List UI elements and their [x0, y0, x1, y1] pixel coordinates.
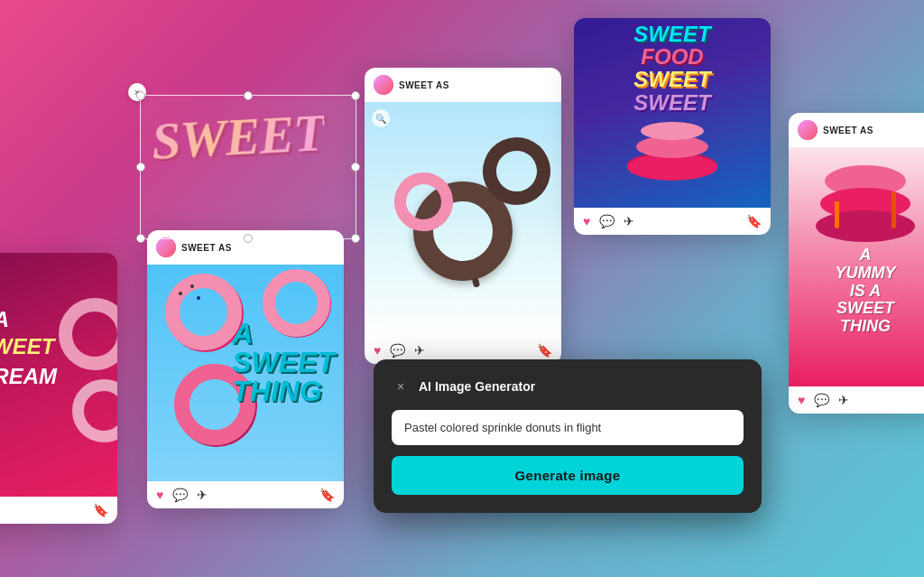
card-right: SWEET FOOD SWEET SWEET ♥ 💬 ✈ 🔖	[574, 18, 771, 235]
card-left-avatar	[156, 237, 176, 257]
card-far-right-image: AYUMMYIS ASWEETTHING	[789, 147, 924, 386]
card-far-left: A LA SWEET DREAM ✈ 🔖	[0, 253, 117, 524]
card-right-actions: ♥ 💬 ✈ 🔖	[574, 208, 771, 235]
svg-point-2	[798, 120, 818, 140]
card-right-image: SWEET FOOD SWEET SWEET	[574, 18, 771, 208]
ai-prompt-input[interactable]	[392, 410, 744, 445]
card-left-actions: ♥ 💬 ✈ 🔖	[147, 481, 344, 508]
card-left-image: ASWEETTHING	[147, 265, 344, 481]
bookmark-icon-center[interactable]: 🔖	[537, 343, 552, 358]
svg-point-1	[374, 75, 393, 95]
sweet-text: SWEET	[150, 102, 326, 172]
card-far-right-username: SWEET AS	[823, 126, 873, 135]
card-left-username: SWEET AS	[181, 243, 232, 253]
modal-close-button[interactable]: ×	[392, 377, 410, 396]
card-center-header: SWEET AS	[365, 68, 561, 102]
heart-icon-left[interactable]: ♥	[156, 488, 163, 502]
card-far-right: SWEET AS AYUMMYIS ASWEETTHING ♥ 💬 ✈	[789, 113, 924, 414]
modal-header: × AI Image Generator	[392, 377, 744, 396]
ai-modal: × AI Image Generator Generate image	[374, 359, 762, 513]
handle-bl[interactable]	[136, 234, 145, 243]
heart-icon-far-right[interactable]: ♥	[798, 393, 805, 407]
share-icon-left[interactable]: ✈	[197, 488, 208, 502]
handle-mr[interactable]	[351, 163, 360, 172]
card-center-username: SWEET AS	[399, 80, 449, 90]
card-far-right-actions: ♥ 💬 ✈	[789, 386, 924, 414]
card-far-left-actions: ✈ 🔖	[0, 497, 117, 524]
svg-point-0	[156, 237, 176, 257]
handle-bm[interactable]	[244, 234, 253, 243]
modal-title: AI Image Generator	[419, 379, 535, 394]
card-center: SWEET AS 🔍 ♥ 💬 ✈ 🔖	[365, 68, 561, 364]
heart-icon-center[interactable]: ♥	[374, 343, 381, 358]
share-icon-center[interactable]: ✈	[414, 343, 425, 358]
bookmark-icon-right[interactable]: 🔖	[746, 214, 762, 228]
card-far-right-avatar	[798, 120, 818, 140]
card-far-right-header: SWEET AS	[789, 113, 924, 147]
bookmark-icon-left[interactable]: 🔖	[319, 488, 335, 502]
handle-tm[interactable]	[244, 91, 253, 100]
card-left: SWEET AS ASWEETTHING ♥ 💬 ✈ 🔖	[147, 230, 344, 508]
card-center-image: 🔍	[365, 102, 561, 337]
bookmark-icon-far-left[interactable]: 🔖	[93, 503, 108, 517]
handle-tr[interactable]	[351, 91, 360, 100]
handle-br[interactable]	[351, 234, 360, 243]
comment-icon-center[interactable]: 💬	[390, 343, 405, 358]
heart-icon-right[interactable]: ♥	[583, 214, 590, 228]
share-icon-far-right[interactable]: ✈	[838, 393, 849, 407]
share-icon-right[interactable]: ✈	[624, 214, 634, 228]
card-far-left-image: A LA SWEET DREAM	[0, 253, 117, 497]
handle-tl[interactable]	[136, 91, 145, 100]
comment-icon-left[interactable]: 💬	[172, 488, 188, 502]
comment-icon-right[interactable]: 💬	[599, 214, 614, 228]
generate-image-button[interactable]: Generate image	[392, 456, 744, 495]
comment-icon-far-right[interactable]: 💬	[814, 393, 829, 407]
card-center-avatar	[374, 75, 393, 95]
handle-ml[interactable]	[136, 163, 145, 172]
